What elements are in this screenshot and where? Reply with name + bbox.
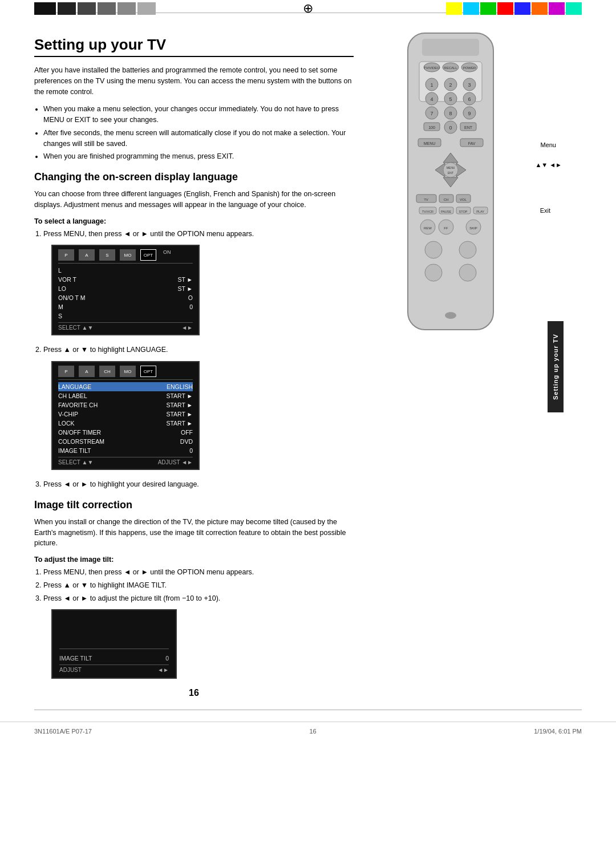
svg-text:TV/VIDEO: TV/VIDEO — [424, 66, 440, 70]
svg-text:POWER: POWER — [463, 66, 476, 70]
svg-text:ENT: ENT — [448, 171, 453, 175]
page-number: 16 — [34, 688, 354, 698]
color-red — [497, 2, 513, 15]
menu-row-colorstream: COLORSTREAMDVD — [58, 437, 193, 446]
svg-text:7: 7 — [430, 111, 433, 116]
icon-picture: P — [58, 249, 74, 261]
menu-label-1: ON — [163, 249, 171, 261]
svg-text:TV/VCR: TV/VCR — [422, 210, 433, 213]
menu-footer-2: SELECT ▲▼ ADJUST ◄► — [58, 457, 193, 465]
section2-title: Image tilt correction — [34, 499, 354, 511]
subsection2-title: To adjust the image tilt: — [34, 556, 354, 564]
step1-1: Press MENU, then press ◄ or ► until the … — [43, 229, 354, 240]
page-title: Setting up your TV — [34, 36, 354, 57]
svg-text:2: 2 — [449, 82, 452, 88]
black-block-5 — [117, 2, 136, 15]
menu-label: Menu — [540, 141, 556, 148]
icon2-mode: MO — [120, 366, 136, 377]
icon2-option: OPT — [140, 366, 156, 377]
page-footer: 3N11601A/E P07-17 16 1/19/04, 6:01 PM — [0, 722, 616, 740]
svg-point-65 — [459, 241, 476, 258]
subsection1-title: To select a language: — [34, 217, 354, 225]
bottom-rule — [34, 710, 582, 710]
black-block-3 — [78, 2, 96, 15]
color-orange — [532, 2, 548, 15]
section1-steps-3: Press ◄ or ► to highlight your desired l… — [43, 479, 354, 490]
step1-2: Press ▲ or ▼ to highlight LANGUAGE. — [43, 345, 354, 355]
bullet-item-2: After five seconds, the menu screen will… — [43, 128, 354, 149]
section2-steps: Press MENU, then press ◄ or ► until the … — [43, 567, 354, 603]
remote-area: TV/VIDEO RECALL POWER 1 2 3 4 5 6 — [391, 30, 510, 351]
svg-text:4: 4 — [430, 96, 433, 102]
menu-row-s: S — [58, 311, 193, 321]
tilt-adjust-label: ADJUST — [59, 667, 82, 673]
svg-point-66 — [425, 264, 442, 281]
svg-text:SKIP: SKIP — [469, 226, 477, 230]
svg-text:8: 8 — [449, 111, 452, 116]
section1-steps-2: Press ▲ or ▼ to highlight LANGUAGE. — [43, 345, 354, 355]
menu-row-language: LANGUAGEENGLISH — [58, 382, 193, 391]
step2-2: Press ▲ or ▼ to highlight IMAGE TILT. — [43, 580, 354, 591]
svg-text:FAV: FAV — [468, 141, 476, 145]
svg-text:CH: CH — [444, 198, 449, 201]
svg-point-64 — [425, 241, 442, 258]
bullet-list: When you make a menu selection, your cha… — [43, 104, 354, 162]
section1-body: You can choose from three different lang… — [34, 189, 354, 210]
svg-text:PAUSE: PAUSE — [441, 210, 452, 213]
svg-text:TV: TV — [424, 198, 428, 201]
black-block-1 — [34, 2, 56, 15]
tilt-footer: ADJUST ◄► — [59, 665, 169, 673]
section2-body: When you install or change the direction… — [34, 517, 354, 549]
menu-screenshot-1: P A S MO OPT ON L VOR TST ► LOST ► ON/O … — [51, 245, 200, 335]
footer-left: 3N11601A/E P07-17 — [34, 728, 92, 735]
menu-icons-1: P A S MO OPT ON — [58, 249, 193, 264]
crosshair-top: ⊕ — [303, 2, 313, 15]
exit-label: Exit — [540, 207, 550, 214]
step2-3: Press ◄ or ► to adjust the picture tilt … — [43, 593, 354, 604]
top-color-bar: ⊕ — [0, 0, 616, 13]
color-teal — [566, 2, 582, 15]
svg-text:9: 9 — [468, 111, 471, 116]
color-yellow — [446, 2, 462, 15]
menu-row-l: L — [58, 266, 193, 275]
svg-text:MENU: MENU — [447, 166, 455, 169]
color-magenta — [549, 2, 565, 15]
bullet-item-1: When you make a menu selection, your cha… — [43, 104, 354, 125]
menu-row-timer: ON/OFF TIMEROFF — [58, 428, 193, 437]
menu-footer-1: SELECT ▲▼ ◄► — [58, 322, 193, 331]
menu-row-vchip: V-CHIPSTART ► — [58, 410, 193, 419]
menu-row-lo: LOST ► — [58, 284, 193, 293]
arrow-label: ▲▼ ◄► — [535, 161, 562, 168]
svg-text:ENT: ENT — [464, 125, 473, 129]
step1-3: Press ◄ or ► to highlight your desired l… — [43, 479, 354, 490]
svg-text:PLAY: PLAY — [476, 210, 484, 213]
svg-text:REW: REW — [424, 226, 432, 230]
intro-text: After you have installed the batteries a… — [34, 65, 354, 97]
menu-row-m: M0 — [58, 302, 193, 311]
menu-row-vort: VOR TST ► — [58, 275, 193, 284]
footer-right: 1/19/04, 6:01 PM — [534, 728, 582, 735]
tilt-label: IMAGE TILT — [59, 655, 92, 662]
bullet-item-3: When you are finished programming the me… — [43, 151, 354, 162]
svg-text:0: 0 — [449, 125, 452, 131]
icon2-audio: A — [79, 366, 95, 377]
black-block-4 — [98, 2, 116, 15]
svg-point-41 — [443, 163, 458, 177]
svg-text:1: 1 — [430, 82, 433, 88]
color-blue — [514, 2, 530, 15]
footer-center: 16 — [309, 728, 316, 735]
main-content: Setting up your TV After you have instal… — [34, 25, 354, 704]
svg-text:RECALL: RECALL — [444, 66, 457, 70]
icon2-picture: P — [58, 366, 74, 377]
svg-text:5: 5 — [449, 96, 452, 102]
menu-row-chlabel: CH LABELSTART ► — [58, 391, 193, 400]
svg-text:100: 100 — [428, 125, 435, 129]
svg-text:FF: FF — [444, 226, 448, 230]
svg-text:6: 6 — [468, 96, 471, 102]
remote-svg: TV/VIDEO RECALL POWER 1 2 3 4 5 6 — [391, 30, 510, 350]
icon-option-active: OPT — [140, 249, 156, 261]
svg-point-68 — [445, 312, 456, 319]
black-block-2 — [58, 2, 76, 15]
svg-text:VOL: VOL — [460, 198, 467, 201]
section1-title: Changing the on-screen display language — [34, 171, 354, 183]
